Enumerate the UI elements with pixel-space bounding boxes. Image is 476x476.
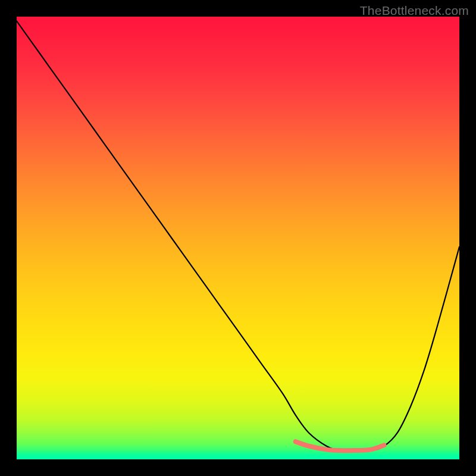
watermark-label: TheBottleneck.com: [360, 4, 469, 18]
chart-container: TheBottleneck.com: [0, 0, 476, 476]
gradient-plot-area: [17, 17, 459, 459]
